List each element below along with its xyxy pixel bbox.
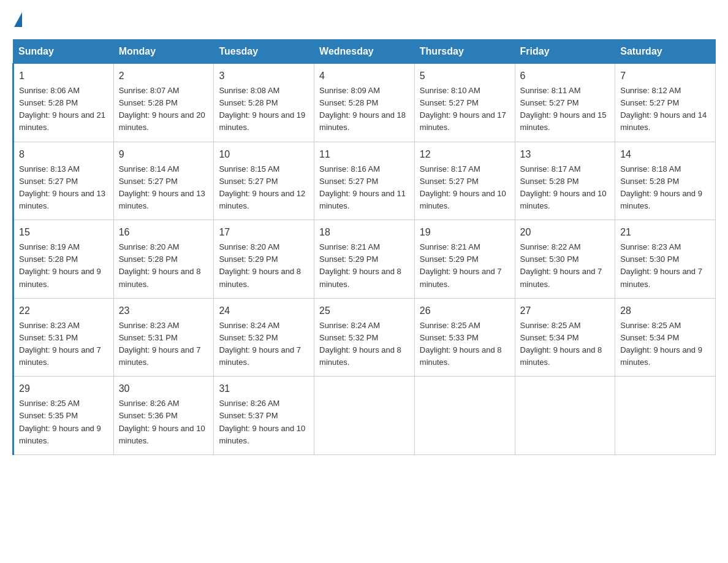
calendar-cell: 12Sunrise: 8:17 AMSunset: 5:27 PMDayligh… xyxy=(414,142,515,220)
day-info: Sunrise: 8:23 AMSunset: 5:30 PMDaylight:… xyxy=(620,241,710,291)
day-info: Sunrise: 8:17 AMSunset: 5:28 PMDaylight:… xyxy=(520,163,610,213)
day-info: Sunrise: 8:20 AMSunset: 5:28 PMDaylight:… xyxy=(119,241,209,291)
day-info: Sunrise: 8:17 AMSunset: 5:27 PMDaylight:… xyxy=(420,163,510,213)
day-info: Sunrise: 8:25 AMSunset: 5:34 PMDaylight:… xyxy=(620,320,710,369)
calendar-week-row: 8Sunrise: 8:13 AMSunset: 5:27 PMDaylight… xyxy=(13,142,716,220)
calendar-cell: 15Sunrise: 8:19 AMSunset: 5:28 PMDayligh… xyxy=(13,220,114,299)
calendar-cell: 1Sunrise: 8:06 AMSunset: 5:28 PMDaylight… xyxy=(13,64,114,142)
calendar-week-row: 29Sunrise: 8:25 AMSunset: 5:35 PMDayligh… xyxy=(13,377,716,455)
calendar-cell: 20Sunrise: 8:22 AMSunset: 5:30 PMDayligh… xyxy=(515,220,615,299)
calendar-cell: 7Sunrise: 8:12 AMSunset: 5:27 PMDaylight… xyxy=(615,64,716,142)
day-info: Sunrise: 8:26 AMSunset: 5:37 PMDaylight:… xyxy=(219,397,309,447)
calendar-cell: 4Sunrise: 8:09 AMSunset: 5:28 PMDaylight… xyxy=(314,64,415,142)
calendar-cell: 17Sunrise: 8:20 AMSunset: 5:29 PMDayligh… xyxy=(214,220,314,299)
calendar-week-row: 22Sunrise: 8:23 AMSunset: 5:31 PMDayligh… xyxy=(13,298,716,377)
calendar-cell: 28Sunrise: 8:25 AMSunset: 5:34 PMDayligh… xyxy=(615,298,716,377)
day-number: 9 xyxy=(119,147,209,162)
calendar-header-saturday: Saturday xyxy=(615,40,716,64)
day-number: 23 xyxy=(119,304,209,318)
calendar-cell: 24Sunrise: 8:24 AMSunset: 5:32 PMDayligh… xyxy=(214,298,314,377)
day-number: 1 xyxy=(19,69,108,83)
calendar-cell: 16Sunrise: 8:20 AMSunset: 5:28 PMDayligh… xyxy=(113,220,214,299)
calendar-cell: 26Sunrise: 8:25 AMSunset: 5:33 PMDayligh… xyxy=(414,298,515,377)
calendar-cell: 27Sunrise: 8:25 AMSunset: 5:34 PMDayligh… xyxy=(515,298,615,377)
day-number: 17 xyxy=(219,225,309,240)
calendar-header-monday: Monday xyxy=(113,40,214,64)
day-number: 18 xyxy=(319,225,409,240)
day-number: 13 xyxy=(520,147,610,162)
day-info: Sunrise: 8:22 AMSunset: 5:30 PMDaylight:… xyxy=(520,241,610,291)
day-info: Sunrise: 8:24 AMSunset: 5:32 PMDaylight:… xyxy=(319,320,409,369)
day-number: 2 xyxy=(119,69,209,83)
day-info: Sunrise: 8:16 AMSunset: 5:27 PMDaylight:… xyxy=(319,163,409,213)
calendar-header-row: SundayMondayTuesdayWednesdayThursdayFrid… xyxy=(13,40,716,64)
day-info: Sunrise: 8:07 AMSunset: 5:28 PMDaylight:… xyxy=(119,85,209,134)
day-info: Sunrise: 8:23 AMSunset: 5:31 PMDaylight:… xyxy=(19,320,108,369)
day-number: 10 xyxy=(219,147,309,162)
logo-triangle-icon xyxy=(14,12,22,27)
calendar-cell: 19Sunrise: 8:21 AMSunset: 5:29 PMDayligh… xyxy=(414,220,515,299)
calendar-cell xyxy=(615,377,716,455)
calendar-cell xyxy=(414,377,515,455)
calendar-cell: 25Sunrise: 8:24 AMSunset: 5:32 PMDayligh… xyxy=(314,298,415,377)
calendar-cell: 5Sunrise: 8:10 AMSunset: 5:27 PMDaylight… xyxy=(414,64,515,142)
calendar-cell: 3Sunrise: 8:08 AMSunset: 5:28 PMDaylight… xyxy=(214,64,314,142)
day-number: 6 xyxy=(520,69,610,83)
day-number: 5 xyxy=(420,69,510,83)
day-number: 8 xyxy=(19,147,108,162)
day-info: Sunrise: 8:13 AMSunset: 5:27 PMDaylight:… xyxy=(19,163,108,213)
day-info: Sunrise: 8:09 AMSunset: 5:28 PMDaylight:… xyxy=(319,85,409,134)
calendar-week-row: 15Sunrise: 8:19 AMSunset: 5:28 PMDayligh… xyxy=(13,220,716,299)
day-number: 7 xyxy=(620,69,710,83)
calendar-cell: 6Sunrise: 8:11 AMSunset: 5:27 PMDaylight… xyxy=(515,64,615,142)
day-number: 19 xyxy=(420,225,510,240)
day-number: 22 xyxy=(19,304,108,318)
calendar-cell: 29Sunrise: 8:25 AMSunset: 5:35 PMDayligh… xyxy=(13,377,114,455)
day-info: Sunrise: 8:20 AMSunset: 5:29 PMDaylight:… xyxy=(219,241,309,291)
calendar-cell: 13Sunrise: 8:17 AMSunset: 5:28 PMDayligh… xyxy=(515,142,615,220)
day-info: Sunrise: 8:19 AMSunset: 5:28 PMDaylight:… xyxy=(19,241,108,291)
day-info: Sunrise: 8:18 AMSunset: 5:28 PMDaylight:… xyxy=(620,163,710,213)
calendar-cell: 14Sunrise: 8:18 AMSunset: 5:28 PMDayligh… xyxy=(615,142,716,220)
day-number: 24 xyxy=(219,304,309,318)
calendar-header-wednesday: Wednesday xyxy=(314,40,415,64)
calendar-header-friday: Friday xyxy=(515,40,615,64)
day-info: Sunrise: 8:24 AMSunset: 5:32 PMDaylight:… xyxy=(219,320,309,369)
day-number: 4 xyxy=(319,69,409,83)
day-info: Sunrise: 8:25 AMSunset: 5:33 PMDaylight:… xyxy=(420,320,510,369)
calendar-cell: 2Sunrise: 8:07 AMSunset: 5:28 PMDaylight… xyxy=(113,64,214,142)
calendar-cell: 21Sunrise: 8:23 AMSunset: 5:30 PMDayligh… xyxy=(615,220,716,299)
page-header xyxy=(12,12,716,27)
day-number: 3 xyxy=(219,69,309,83)
day-info: Sunrise: 8:08 AMSunset: 5:28 PMDaylight:… xyxy=(219,85,309,134)
day-info: Sunrise: 8:23 AMSunset: 5:31 PMDaylight:… xyxy=(119,320,209,369)
day-number: 20 xyxy=(520,225,610,240)
day-number: 28 xyxy=(620,304,710,318)
day-number: 15 xyxy=(19,225,108,240)
day-number: 27 xyxy=(520,304,610,318)
day-info: Sunrise: 8:21 AMSunset: 5:29 PMDaylight:… xyxy=(319,241,409,291)
calendar-cell: 8Sunrise: 8:13 AMSunset: 5:27 PMDaylight… xyxy=(13,142,114,220)
calendar-cell: 18Sunrise: 8:21 AMSunset: 5:29 PMDayligh… xyxy=(314,220,415,299)
day-info: Sunrise: 8:12 AMSunset: 5:27 PMDaylight:… xyxy=(620,85,710,134)
day-number: 29 xyxy=(19,381,108,396)
day-number: 14 xyxy=(620,147,710,162)
calendar-week-row: 1Sunrise: 8:06 AMSunset: 5:28 PMDaylight… xyxy=(13,64,716,142)
day-info: Sunrise: 8:26 AMSunset: 5:36 PMDaylight:… xyxy=(119,397,209,447)
day-number: 26 xyxy=(420,304,510,318)
calendar-cell: 10Sunrise: 8:15 AMSunset: 5:27 PMDayligh… xyxy=(214,142,314,220)
day-info: Sunrise: 8:25 AMSunset: 5:34 PMDaylight:… xyxy=(520,320,610,369)
calendar-cell: 11Sunrise: 8:16 AMSunset: 5:27 PMDayligh… xyxy=(314,142,415,220)
day-info: Sunrise: 8:15 AMSunset: 5:27 PMDaylight:… xyxy=(219,163,309,213)
day-info: Sunrise: 8:14 AMSunset: 5:27 PMDaylight:… xyxy=(119,163,209,213)
calendar-header-sunday: Sunday xyxy=(13,40,114,64)
day-number: 11 xyxy=(319,147,409,162)
calendar-table: SundayMondayTuesdayWednesdayThursdayFrid… xyxy=(12,39,716,455)
day-number: 25 xyxy=(319,304,409,318)
day-number: 16 xyxy=(119,225,209,240)
calendar-cell: 30Sunrise: 8:26 AMSunset: 5:36 PMDayligh… xyxy=(113,377,214,455)
day-info: Sunrise: 8:10 AMSunset: 5:27 PMDaylight:… xyxy=(420,85,510,134)
day-number: 21 xyxy=(620,225,710,240)
day-number: 31 xyxy=(219,381,309,396)
day-number: 12 xyxy=(420,147,510,162)
